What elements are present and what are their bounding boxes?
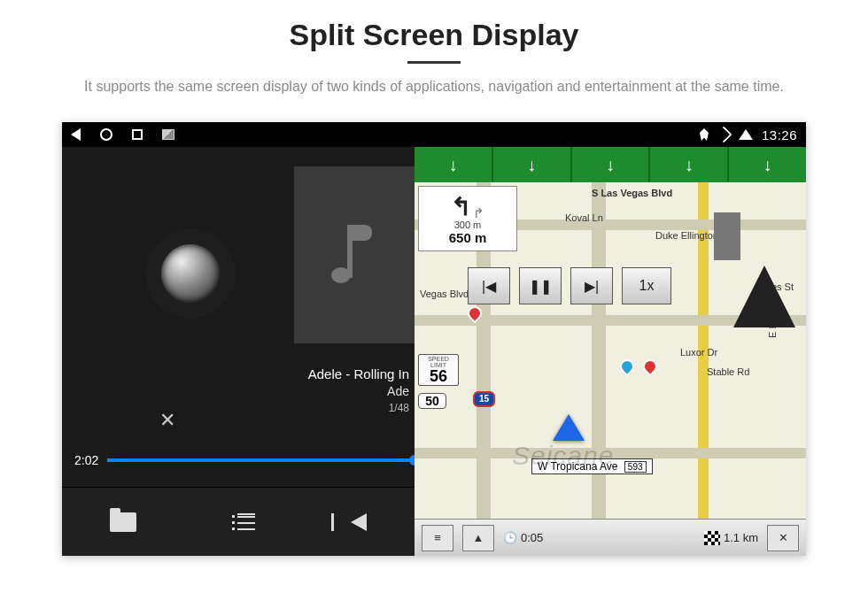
lane-5: ↓ [727, 147, 806, 182]
sim-next-button[interactable]: ▶| [570, 267, 613, 304]
status-icons: 13:26 [700, 127, 797, 142]
turn-left-icon: ↰ [451, 192, 471, 221]
device-screenshot: 13:26 Adele - Rolling In Ade 1/48 ✕ 2:02 [62, 122, 806, 556]
close-nav-button[interactable]: ✕ [767, 525, 799, 551]
speed-limit-sign: SPEED LIMIT 56 [418, 354, 459, 386]
lane-4: ↓ [648, 147, 727, 182]
arrow-down-icon: ↓ [606, 155, 615, 175]
folder-button[interactable] [110, 512, 136, 532]
arrow-down-icon: ↓ [527, 155, 536, 175]
speed-limit-label: SPEED LIMIT [422, 356, 454, 368]
speed-limit-value: 56 [422, 368, 454, 384]
map-canvas[interactable]: S Las Vegas Blvd Koval Ln Duke Ellington… [415, 182, 806, 519]
elapsed-time: 2:02 [74, 453, 98, 467]
progress-bar[interactable] [107, 458, 415, 462]
arrow-down-icon: ↓ [763, 155, 772, 175]
track-artist: Ade [387, 384, 409, 398]
current-position-icon [553, 414, 585, 441]
street-label: Koval Ln [565, 212, 603, 223]
street-label: Stable Rd [707, 366, 749, 377]
menu-button[interactable]: ≡ [422, 525, 453, 551]
poi-icon[interactable] [640, 357, 661, 377]
page-subtitle: It supports the same screen display of t… [0, 76, 868, 97]
poi-icon[interactable] [617, 357, 638, 377]
landmark-building [714, 212, 740, 260]
map-bottom-bar: ≡ ▲ 🕒 0:05 1.1 km ✕ [415, 519, 806, 556]
volume-knob[interactable] [161, 244, 220, 303]
recent-icon[interactable] [132, 129, 143, 140]
player-controls [62, 487, 415, 556]
arrow-down-icon: ↓ [448, 155, 457, 175]
sim-playback-controls: |◀ ❚❚ ▶| 1x [468, 267, 671, 304]
lane-3: ↓ [570, 147, 649, 182]
destination-flag-icon [704, 531, 720, 545]
wifi-icon [739, 129, 753, 140]
street-label: Luxor Dr [680, 347, 717, 358]
clock-icon: 🕒 [503, 531, 517, 544]
lane-2: ↓ [492, 147, 570, 182]
street-label: Vegas Blvd [420, 289, 469, 299]
secondary-distance: 300 m [454, 219, 482, 230]
home-icon[interactable] [100, 128, 112, 141]
music-player-panel: Adele - Rolling In Ade 1/48 ✕ 2:02 [62, 147, 415, 556]
screenshot-icon[interactable] [162, 129, 174, 140]
watermark: Seicane [512, 441, 614, 471]
track-title: Adele - Rolling In [308, 366, 409, 381]
back-icon[interactable] [71, 128, 81, 141]
landmark-pyramid [733, 266, 795, 327]
distance-value: 1.1 km [724, 531, 758, 544]
primary-distance: 650 m [449, 230, 487, 245]
eta-segment: 🕒 0:05 [503, 531, 543, 544]
eta-value: 0:05 [521, 531, 543, 544]
arrow-down-icon: ↓ [685, 155, 694, 175]
music-note-icon [328, 219, 381, 290]
location-icon [700, 128, 709, 141]
street-number: 593 [624, 461, 647, 473]
navigation-panel: ↓ ↓ ↓ ↓ ↓ S Las Vegas Blvd Koval Ln Duke… [415, 147, 806, 556]
sim-prev-button[interactable]: |◀ [468, 267, 510, 304]
nav-buttons [71, 128, 174, 141]
clock: 13:26 [762, 127, 797, 142]
title-underline [407, 61, 461, 64]
page-title: Split Screen Display [0, 18, 868, 52]
route-shield: 50 [418, 393, 446, 409]
sim-pause-button[interactable]: ❚❚ [519, 267, 562, 304]
interstate-shield: 15 [473, 391, 495, 407]
lane-guidance: ↓ ↓ ↓ ↓ ↓ [415, 147, 806, 182]
page-header: Split Screen Display It supports the sam… [0, 0, 868, 106]
album-art-placeholder [294, 166, 415, 343]
status-bar: 13:26 [62, 122, 806, 147]
track-index: 1/48 [389, 402, 409, 414]
phone-icon [715, 126, 732, 143]
compass-button[interactable]: ▲ [462, 525, 494, 551]
shuffle-icon[interactable]: ✕ [159, 409, 175, 432]
distance-segment: 1.1 km [704, 531, 758, 545]
playlist-button[interactable] [232, 513, 255, 531]
lane-1: ↓ [415, 147, 492, 182]
previous-button[interactable] [351, 513, 367, 531]
street-label: S Las Vegas Blvd [592, 188, 672, 198]
turn-direction-panel: ↰ ↱ 300 m 650 m [418, 186, 517, 251]
progress-row: 2:02 [74, 453, 415, 467]
sim-speed-button[interactable]: 1x [622, 267, 671, 304]
